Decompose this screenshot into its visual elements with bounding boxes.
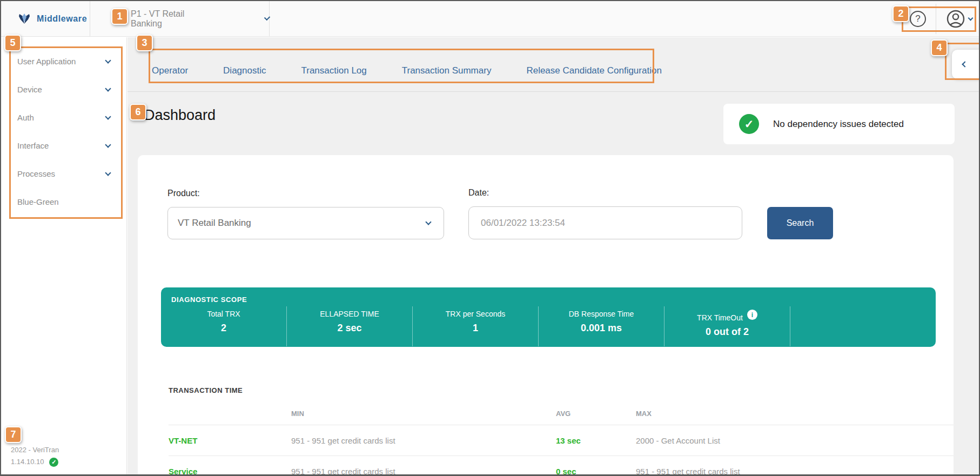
search-button[interactable]: Search	[767, 207, 833, 239]
page-title: Dashboard	[144, 107, 216, 124]
row-name: VT-NET	[169, 436, 291, 445]
diagnostic-metrics: Total TRX 2 ELLAPSED TIME 2 sec TRX per …	[161, 306, 936, 346]
chevron-down-icon	[105, 57, 111, 63]
middleware-logo-icon	[17, 12, 31, 25]
table-header-avg: AVG	[556, 410, 636, 418]
metric-label: Total TRX	[161, 310, 286, 318]
info-icon[interactable]: i	[747, 310, 757, 320]
date-field-group: Date: 06/01/2022 13:23:54	[468, 188, 742, 239]
table-row: VT-NET 951 - 951 get credit cards list 1…	[169, 425, 954, 455]
dependency-status-text: No dependency issues detected	[773, 119, 904, 130]
sidebar-item-label: Processes	[17, 169, 55, 178]
transaction-time-table: MIN AVG MAX VT-NET 951 - 951 get credit …	[138, 402, 954, 476]
product-label: Product:	[167, 189, 444, 198]
success-check-icon: ✓	[739, 114, 759, 134]
tab-diagnostic[interactable]: Diagnostic	[223, 65, 266, 76]
tab-operator[interactable]: Operator	[152, 65, 188, 76]
sidebar-item-label: Auth	[17, 113, 34, 122]
table-row: Service 951 - 951 get credit cards list …	[169, 455, 954, 476]
annotation-badge-7: 7	[5, 426, 22, 443]
sidebar-item-user-application[interactable]: User Application	[1, 47, 126, 75]
sidebar-item-device[interactable]: Device	[1, 75, 126, 103]
metric-value: 0.001 ms	[539, 323, 664, 334]
chevron-down-icon	[425, 219, 431, 225]
filters-row: Product: VT Retail Banking Date: 06/01/2…	[167, 188, 833, 239]
help-icon[interactable]: ?	[910, 11, 926, 27]
chevron-down-icon	[105, 85, 111, 91]
metric-label-text: TRX TimeOut	[697, 313, 743, 322]
sidebar-item-label: Interface	[17, 141, 49, 150]
product-field-group: Product: VT Retail Banking	[167, 189, 444, 239]
row-avg: 0 sec	[556, 467, 636, 476]
row-avg: 13 sec	[556, 436, 636, 445]
chevron-down-icon	[264, 15, 270, 21]
date-label: Date:	[468, 188, 742, 198]
metric-value: 1	[413, 323, 538, 334]
metric-total-trx: Total TRX 2	[161, 306, 287, 346]
annotation-badge-1: 1	[111, 8, 128, 25]
transaction-time-title: TRANSACTION TIME	[138, 386, 954, 394]
metric-label: DB Response Time	[539, 310, 664, 318]
version-ok-check-icon: ✓	[49, 458, 58, 467]
diagnostic-scope-panel: DIAGNOSTIC SCOPE Total TRX 2 ELLAPSED TI…	[161, 287, 936, 347]
annotation-badge-6: 6	[130, 104, 146, 120]
collapse-panel-button[interactable]	[952, 50, 980, 79]
main-content: Operator Diagnostic Transaction Log Tran…	[127, 37, 980, 476]
metric-value: 2 sec	[287, 323, 412, 334]
copyright-text: 2022 - VeriTran	[11, 444, 59, 456]
annotation-badge-3: 3	[136, 35, 153, 51]
date-input[interactable]: 06/01/2022 13:23:54	[468, 206, 742, 239]
sidebar-item-label: User Application	[17, 57, 76, 66]
diagnostic-scope-title: DIAGNOSTIC SCOPE	[161, 287, 936, 304]
annotation-badge-4: 4	[931, 39, 948, 56]
dependency-status-banner: ✓ No dependency issues detected	[723, 104, 955, 144]
row-max: 951 - 951 get credit cards list	[636, 467, 954, 476]
environment-dropdown-value: P1 - VT Retail Banking	[131, 9, 195, 29]
chevron-left-icon	[962, 61, 968, 67]
chevron-down-icon	[105, 170, 111, 176]
brand: Middleware	[1, 1, 90, 36]
metric-trx-per-seconds: TRX per Seconds 1	[413, 306, 539, 346]
sidebar: User Application Device Auth Interface P…	[1, 37, 127, 475]
tab-transaction-log[interactable]: Transaction Log	[301, 65, 366, 76]
sidebar-item-processes[interactable]: Processes	[1, 159, 126, 187]
sidebar-item-label: Blue-Green	[17, 197, 59, 206]
tab-release-candidate-configuration[interactable]: Release Candidate Configuration	[526, 65, 661, 76]
sidebar-item-blue-green[interactable]: Blue-Green	[1, 187, 126, 216]
chevron-down-icon	[105, 142, 111, 148]
metric-value: 2	[161, 323, 286, 334]
metric-ellapsed-time: ELLAPSED TIME 2 sec	[287, 306, 413, 346]
annotation-badge-5: 5	[4, 35, 21, 51]
transaction-time-section: TRANSACTION TIME MIN AVG MAX VT-NET 951 …	[138, 386, 954, 476]
sidebar-footer: 2022 - VeriTran 1.14.10.10 ✓	[11, 444, 59, 468]
metric-value: 0 out of 2	[664, 326, 790, 338]
chevron-down-icon	[105, 113, 111, 119]
version-text: 1.14.10.10	[11, 456, 44, 468]
sidebar-item-interface[interactable]: Interface	[1, 131, 126, 159]
product-select-value: VT Retail Banking	[178, 218, 251, 229]
table-header-row: MIN AVG MAX	[169, 402, 954, 425]
tab-bar: Operator Diagnostic Transaction Log Tran…	[127, 37, 980, 92]
date-input-value: 06/01/2022 13:23:54	[481, 218, 565, 229]
dashboard-card: Product: VT Retail Banking Date: 06/01/2…	[138, 155, 954, 476]
tab-transaction-summary[interactable]: Transaction Summary	[402, 65, 492, 76]
sidebar-nav: User Application Device Auth Interface P…	[1, 37, 126, 216]
user-menu[interactable]	[936, 9, 979, 29]
product-select[interactable]: VT Retail Banking	[167, 207, 444, 239]
sidebar-item-auth[interactable]: Auth	[1, 103, 126, 131]
table-header-max: MAX	[636, 410, 954, 418]
user-icon	[946, 9, 965, 29]
metric-label: TRX TimeOuti	[664, 310, 790, 322]
row-min: 951 - 951 get credit cards list	[291, 467, 556, 476]
metric-label: TRX per Seconds	[413, 310, 538, 318]
chevron-down-icon	[968, 15, 974, 21]
row-name: Service	[169, 467, 291, 476]
table-header-min: MIN	[291, 410, 556, 418]
app-window: Middleware P1 - VT Retail Banking ?	[0, 0, 980, 476]
row-min: 951 - 951 get credit cards list	[291, 436, 556, 445]
sidebar-item-label: Device	[17, 85, 42, 94]
metric-db-response-time: DB Response Time 0.001 ms	[539, 306, 664, 346]
topbar-actions: ?	[910, 1, 979, 36]
brand-name: Middleware	[37, 14, 87, 24]
row-max: 2000 - Get Account List	[636, 436, 954, 445]
